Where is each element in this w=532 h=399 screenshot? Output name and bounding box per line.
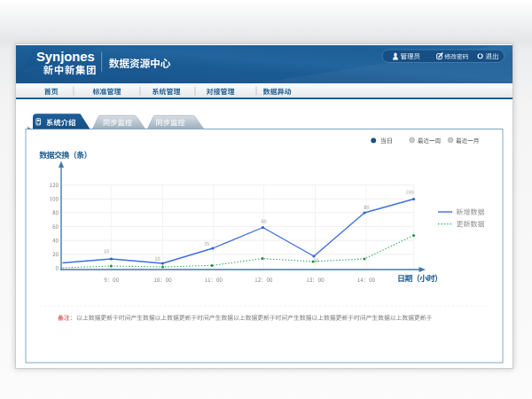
svg-text:Synjones: Synjones: [36, 50, 95, 64]
